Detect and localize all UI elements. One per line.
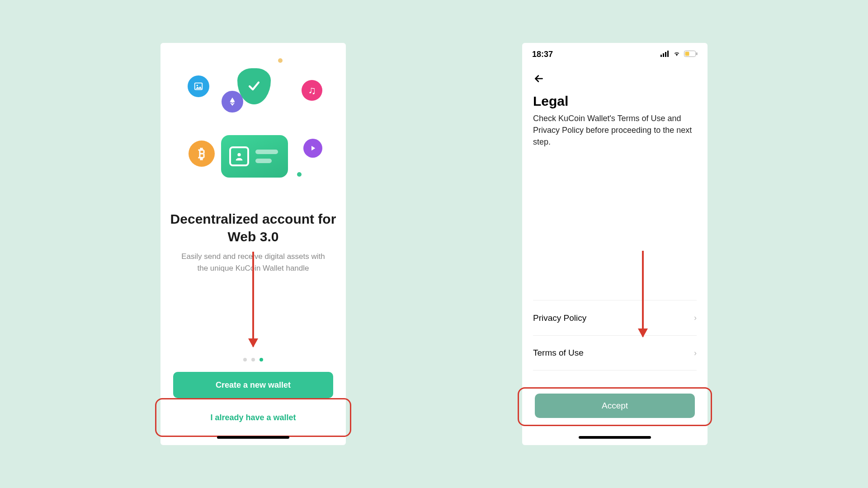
legal-screen: 18:37 Legal Check KuCoin Wallet's Terms …: [522, 43, 708, 445]
svg-rect-9: [696, 52, 698, 55]
home-indicator: [579, 436, 651, 439]
onboarding-title: Decentralized account for Web 3.0: [160, 210, 346, 245]
annotation-arrow-icon: [252, 252, 254, 347]
pager-dot-active: [259, 358, 263, 361]
decor-dot: [278, 58, 283, 63]
svg-rect-6: [667, 51, 669, 57]
play-icon: [303, 139, 322, 158]
music-icon: ♫: [302, 80, 322, 101]
svg-rect-3: [660, 55, 662, 57]
pager-dot: [243, 358, 247, 361]
image-icon: [188, 75, 209, 97]
id-card-icon: [221, 135, 288, 178]
svg-rect-4: [663, 53, 664, 57]
terms-of-use-row[interactable]: Terms of Use ›: [533, 335, 697, 371]
pager-dot: [251, 358, 255, 361]
bitcoin-icon: ₿: [189, 141, 215, 167]
chevron-right-icon: ›: [694, 313, 697, 323]
onboarding-illustration: ♫ ₿: [160, 50, 346, 195]
svg-point-1: [197, 85, 198, 86]
decor-dot: [297, 172, 302, 177]
pager-dots: [160, 358, 346, 361]
status-time: 18:37: [532, 50, 553, 59]
legal-description: Check KuCoin Wallet's Terms of Use and P…: [533, 113, 697, 148]
onboarding-screen: ♫ ₿ Decentralized account for Web 3.0 Ea…: [160, 43, 346, 445]
home-indicator: [217, 436, 289, 439]
wifi-icon: [672, 50, 681, 59]
battery-icon: [684, 50, 698, 59]
page-title: Legal: [533, 94, 568, 109]
arrow-left-icon: [533, 73, 545, 84]
accept-button[interactable]: Accept: [535, 394, 695, 418]
cellular-icon: [660, 50, 670, 59]
row-label: Privacy Policy: [533, 313, 586, 323]
existing-wallet-button[interactable]: I already have a wallet: [173, 404, 333, 431]
row-label: Terms of Use: [533, 348, 584, 358]
chevron-right-icon: ›: [694, 348, 697, 358]
annotation-arrow-icon: [642, 251, 644, 337]
status-bar: 18:37: [522, 47, 708, 62]
create-wallet-button[interactable]: Create a new wallet: [173, 372, 333, 398]
svg-rect-8: [685, 52, 689, 56]
svg-rect-5: [665, 52, 666, 57]
privacy-policy-row[interactable]: Privacy Policy ›: [533, 300, 697, 335]
svg-point-2: [237, 153, 241, 156]
back-button[interactable]: [531, 71, 547, 86]
